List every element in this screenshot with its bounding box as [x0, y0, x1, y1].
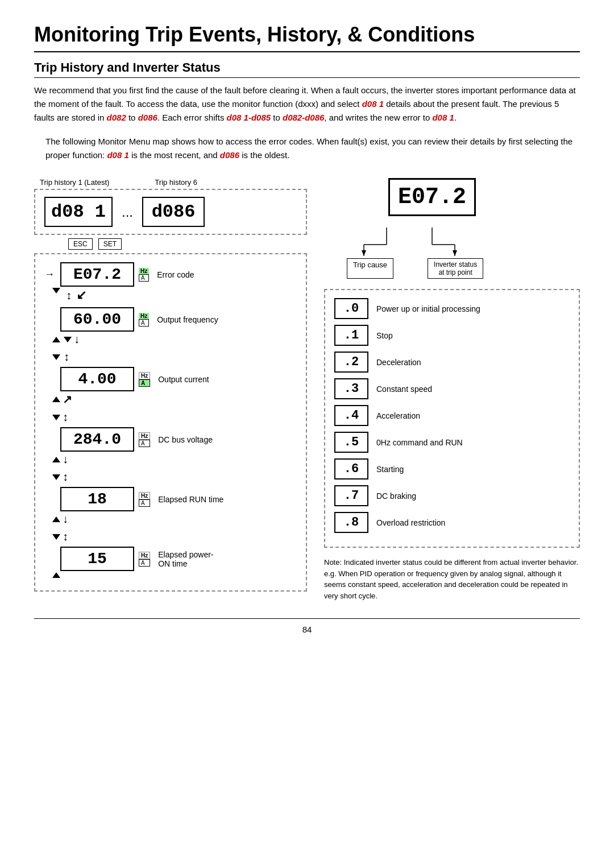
tri-down-4[interactable]: ↓	[63, 512, 68, 526]
run-time-value: 18	[88, 490, 107, 508]
a-badge-2: A	[139, 379, 150, 387]
trip-cause-box: Trip cause	[347, 258, 393, 279]
status-code-2: .2	[334, 352, 368, 373]
nav-down-top-2[interactable]	[52, 354, 60, 360]
second-text-2: is the most recent, and	[129, 150, 220, 160]
dc-bus-value: 284.0	[73, 431, 121, 448]
intro-red-5: d082-d086	[283, 113, 324, 122]
note-text: Note: Indicated inverter status could be…	[324, 557, 580, 601]
diagonal-2: ↗	[63, 392, 72, 406]
monitor-row-1: 60.00 Hz A Output frequency ↓	[44, 307, 297, 346]
second-red-2: d086	[220, 150, 239, 160]
main-diagram: Trip history 1 (Latest) Trip history 6 d…	[34, 178, 580, 601]
hz-a-col-3: Hz A	[139, 432, 150, 447]
hz-a-col-0: Hz A	[139, 268, 149, 282]
hz-badge-1: Hz	[139, 313, 149, 319]
monitor-row-0: → E07.2 Hz A Error code ↕	[44, 262, 297, 303]
down-indicator-0: ↕	[66, 289, 72, 302]
status-desc-7: DC braking	[376, 491, 416, 501]
label-error-code: Error code	[157, 270, 194, 279]
down-triangle-0[interactable]	[52, 288, 60, 294]
intro-red-1: d08 1	[362, 99, 384, 109]
second-paragraph: The following Monitor Menu map shows how…	[45, 135, 580, 162]
status-desc-0: Power up or initial processing	[376, 304, 480, 313]
status-desc-4: Acceleration	[376, 411, 420, 420]
section-title: Trip History and Inverter Status	[34, 60, 580, 78]
left-panel: Trip history 1 (Latest) Trip history 6 d…	[34, 178, 307, 592]
status-desc-1: Stop	[376, 331, 393, 340]
display-error-code: E07.2	[60, 262, 134, 287]
page-title: Monitoring Trip Events, History, & Condi…	[34, 23, 580, 52]
status-row-5: .5 0Hz command and RUN	[334, 432, 570, 453]
status-code-4: .4	[334, 405, 368, 426]
display-d086: d086	[142, 197, 205, 227]
svg-marker-3	[362, 250, 366, 256]
set-button[interactable]: SET	[98, 238, 122, 250]
status-row-2: .2 Deceleration	[334, 352, 570, 373]
page-number: 84	[34, 618, 580, 634]
updown-arrow-1: ↓	[74, 333, 80, 346]
intro-text-4: . Each error shifts	[157, 113, 227, 122]
diagonal-arrow-0: ↙	[76, 288, 86, 303]
intro-red-4: d08 1-d085	[227, 113, 271, 122]
nav-down-3[interactable]	[52, 415, 60, 420]
hz-badge-5: Hz	[139, 552, 150, 559]
updown-4: ↕	[63, 470, 68, 483]
display-d081: d08 1	[44, 197, 113, 227]
up-triangle-2[interactable]	[52, 396, 60, 402]
intro-text-6: , and writes the new error to	[324, 113, 432, 122]
output-curr-value: 4.00	[78, 370, 116, 388]
status-desc-2: Deceleration	[376, 358, 421, 367]
nav-down-4[interactable]	[52, 474, 60, 480]
tri-down-3[interactable]: ↓	[63, 453, 68, 466]
display-power-on: 15	[60, 547, 134, 571]
status-code-6: .6	[334, 458, 368, 480]
status-row-8: .8 Overload restriction	[334, 512, 570, 533]
status-row-0: .0 Power up or initial processing	[334, 298, 570, 319]
second-red-1: d08 1	[107, 150, 128, 160]
second-text-3: is the oldest.	[239, 150, 289, 160]
hz-badge-0: Hz	[139, 268, 149, 274]
status-desc-5: 0Hz command and RUN	[376, 438, 463, 447]
nav-down-5[interactable]	[52, 534, 60, 540]
svg-marker-7	[453, 250, 457, 256]
intro-paragraph: We recommend that you first find the cau…	[34, 84, 580, 125]
connector-svg	[341, 222, 489, 256]
status-table: .0 Power up or initial processing .1 Sto…	[324, 289, 580, 548]
up-triangle-5[interactable]	[52, 572, 60, 578]
intro-red-6: d08 1	[432, 113, 454, 122]
status-code-5: .5	[334, 432, 368, 453]
hz-a-col-5: Hz A	[139, 552, 150, 567]
display-dc-bus: 284.0	[60, 427, 134, 452]
nav-down-1[interactable]	[64, 337, 72, 342]
display-run-time: 18	[60, 487, 134, 511]
status-row-6: .6 Starting	[334, 458, 570, 480]
output-freq-value: 60.00	[73, 311, 121, 328]
hz-a-col-1: Hz A	[139, 313, 149, 326]
trip-history-labels: Trip history 1 (Latest) Trip history 6	[40, 178, 307, 187]
status-code-0: .0	[334, 298, 368, 319]
a-badge-4: A	[139, 499, 150, 507]
up-triangle-3[interactable]	[52, 457, 60, 462]
hz-badge-3: Hz	[139, 432, 150, 440]
a-badge-3: A	[139, 440, 150, 447]
esc-button[interactable]: ESC	[68, 238, 93, 250]
hz-badge-4: Hz	[139, 492, 150, 499]
trip-history-label-2: Trip history 6	[155, 178, 197, 187]
nav-arrows-0[interactable]	[52, 288, 60, 303]
right-panel: E07.2 Trip cause Inverter statusat trip …	[324, 178, 580, 601]
label-dc-bus: DC bus voltage	[158, 435, 213, 444]
label-power-on: Elapsed power-ON time	[158, 550, 213, 568]
monitor-row-2: ↕ 4.00 Hz A Output current ↗	[44, 350, 297, 406]
status-row-4: .4 Acceleration	[334, 405, 570, 426]
a-badge-5: A	[139, 559, 150, 567]
up-triangle-4[interactable]	[52, 516, 60, 522]
status-row-3: .3 Constant speed	[334, 378, 570, 399]
trip-history-label-1: Trip history 1 (Latest)	[40, 178, 109, 187]
display-output-freq: 60.00	[60, 307, 134, 332]
inverter-status-box: Inverter statusat trip point	[428, 258, 483, 279]
power-on-value: 15	[88, 550, 107, 568]
up-triangle-1[interactable]	[52, 337, 60, 342]
intro-red-2: d082	[107, 113, 126, 122]
intro-red-3: d086	[138, 113, 157, 122]
